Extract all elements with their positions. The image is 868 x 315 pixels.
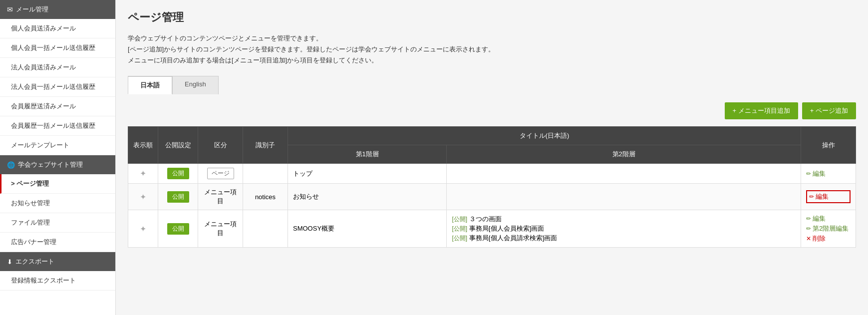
drag-handle-icon[interactable]: ✦	[140, 225, 146, 233]
sidebar-export-section: ⬇ エクスポート	[0, 252, 115, 271]
pencil-icon: ✏	[806, 225, 811, 232]
sidebar-item-label: 個人会員一括メール送信履歴	[11, 44, 95, 51]
tier2-title: 事務局[個人会員請求検索]画面	[469, 234, 557, 243]
tier2-item: [公開] ３つの画面	[452, 215, 796, 224]
header-title-group: タイトル(日本語)	[288, 127, 801, 145]
add-menu-item-button[interactable]: + メニュー項目追加	[725, 102, 798, 119]
pages-table: 表示順 公開設定 区分 識別子 タイトル(日本語) 操作	[128, 126, 856, 248]
header-order: 表示順	[128, 127, 158, 164]
sidebar-item-banner-management[interactable]: 広告バナー管理	[0, 233, 115, 252]
sidebar-item-sent-corporate[interactable]: 法人会員送済みメール	[0, 58, 115, 77]
sidebar-item-mail-template[interactable]: メールテンプレート	[0, 136, 115, 155]
download-icon: ⬇	[7, 258, 12, 266]
cell-order: ✦	[128, 164, 158, 184]
header-operations: 操作	[801, 127, 856, 164]
drag-handle-icon[interactable]: ✦	[140, 169, 146, 178]
table-row: ✦ 公開 メニュー項目 notices お知らせ ✏ 編集	[128, 184, 856, 210]
sidebar-website-label: 学会ウェブサイト管理	[18, 160, 83, 169]
header-tier1: 第1階層	[288, 145, 447, 164]
sidebar-item-label: 会員履歴送済みメール	[11, 102, 76, 110]
sidebar-item-label: 個人会員送済みメール	[11, 24, 76, 32]
sidebar: ✉ メール管理 個人会員送済みメール 個人会員一括メール送信履歴 法人会員送済み…	[0, 0, 116, 315]
cell-title-tier1: お知らせ	[288, 184, 447, 210]
page-title: ページ管理	[128, 10, 856, 25]
actions-row: + メニュー項目追加 + ページ追加	[128, 102, 856, 119]
tier2-pub-label: [公開]	[452, 215, 467, 224]
status-badge: 公開	[167, 168, 189, 179]
drag-handle-icon[interactable]: ✦	[140, 193, 146, 201]
mail-icon: ✉	[7, 5, 13, 13]
edit-link-highlighted[interactable]: ✏ 編集	[806, 190, 851, 203]
cell-title-tier2: [公開] ３つの画面 [公開] 事務局[個人会員検索]画面 [公開] 事務局[個…	[447, 210, 801, 248]
cell-category: ページ	[198, 164, 243, 184]
ops-row: ✏ 編集 ✏ 第2階層編集 ✕ 削除	[806, 214, 851, 243]
desc-line1: 学会ウェブサイトのコンテンツページとメニューを管理できます。	[128, 33, 856, 44]
table-row: ✦ 公開 ページ トップ ✏ 編集	[128, 164, 856, 184]
pencil-icon: ✏	[806, 170, 811, 177]
sidebar-item-label: 登録情報エクスポート	[11, 277, 76, 284]
description: 学会ウェブサイトのコンテンツページとメニューを管理できます。 [ページ追加]から…	[128, 33, 856, 66]
cell-public: 公開	[158, 184, 198, 210]
cell-public: 公開	[158, 164, 198, 184]
tier2-title: 事務局[個人会員検索]画面	[469, 224, 544, 233]
tab-japanese[interactable]: 日本語	[128, 76, 172, 94]
cell-operations: ✏ 編集	[801, 164, 856, 184]
pencil-icon: ✏	[809, 193, 814, 200]
sidebar-item-label: 法人会員送済みメール	[11, 63, 76, 71]
cell-title-tier1: SMOOSY概要	[288, 210, 447, 248]
sidebar-item-label: 広告バナー管理	[11, 238, 56, 246]
sidebar-item-bulk-member-history[interactable]: 会員履歴一括メール送信履歴	[0, 116, 115, 136]
add-page-button[interactable]: + ページ追加	[802, 102, 856, 119]
sidebar-item-bulk-corporate-history[interactable]: 法人会員一括メール送信履歴	[0, 77, 115, 97]
cell-order: ✦	[128, 210, 158, 248]
sidebar-item-label: お知らせ管理	[11, 199, 50, 207]
header-identifier: 識別子	[243, 127, 288, 164]
tabs: 日本語 English	[128, 76, 856, 94]
cell-operations: ✏ 編集	[801, 184, 856, 210]
sidebar-item-page-management[interactable]: > ページ管理	[0, 174, 115, 194]
chevron-icon: >	[11, 180, 16, 187]
desc-line3: メニューに項目のみ追加する場合は[メニュー項目追加]から項目を登録してください。	[128, 55, 856, 66]
cell-category: メニュー項目	[198, 210, 243, 248]
sidebar-item-sent-member-history[interactable]: 会員履歴送済みメール	[0, 97, 115, 116]
sidebar-item-label: 会員履歴一括メール送信履歴	[11, 122, 95, 129]
cell-identifier	[243, 164, 288, 184]
ops-row: ✏ 編集	[806, 169, 851, 178]
sidebar-item-label: メールテンプレート	[11, 141, 69, 149]
cell-category: メニュー項目	[198, 184, 243, 210]
cell-identifier	[243, 210, 288, 248]
sidebar-item-file-management[interactable]: ファイル管理	[0, 213, 115, 233]
sidebar-item-notice-management[interactable]: お知らせ管理	[0, 194, 115, 213]
sidebar-email-section: ✉ メール管理	[0, 0, 115, 19]
sidebar-item-sent-individual[interactable]: 個人会員送済みメール	[0, 19, 115, 38]
edit-link[interactable]: ✏ 編集	[806, 214, 851, 223]
edit-link[interactable]: ✏ 編集	[806, 169, 851, 178]
x-icon: ✕	[806, 235, 811, 242]
table-row: ✦ 公開 メニュー項目 SMOOSY概要 [公開] ３つの画面 [公開] 事務局…	[128, 210, 856, 248]
sidebar-item-label: ファイル管理	[11, 219, 50, 226]
header-public: 公開設定	[158, 127, 198, 164]
tab-english[interactable]: English	[172, 76, 219, 94]
cell-title-tier2	[447, 184, 801, 210]
sidebar-item-export-registration[interactable]: 登録情報エクスポート	[0, 271, 115, 291]
sidebar-item-bulk-individual-history[interactable]: 個人会員一括メール送信履歴	[0, 38, 115, 58]
cell-title-tier1: トップ	[288, 164, 447, 184]
cell-title-tier2	[447, 164, 801, 184]
sidebar-export-label: エクスポート	[15, 257, 54, 266]
edit-tier2-link[interactable]: ✏ 第2階層編集	[806, 224, 851, 233]
globe-icon: 🌐	[7, 161, 15, 169]
pencil-icon: ✏	[806, 215, 811, 222]
category-badge: ページ	[207, 168, 234, 179]
cell-operations: ✏ 編集 ✏ 第2階層編集 ✕ 削除	[801, 210, 856, 248]
status-badge: 公開	[167, 191, 189, 203]
header-tier2: 第2階層	[447, 145, 801, 164]
ops-row: ✏ 編集	[806, 190, 851, 203]
tier2-title: ３つの画面	[469, 215, 502, 224]
edit-link-red[interactable]: ✏ 編集	[807, 191, 850, 202]
sidebar-item-label: 法人会員一括メール送信履歴	[11, 83, 95, 90]
header-category: 区分	[198, 127, 243, 164]
desc-line2: [ページ追加]からサイトのコンテンツページを登録できます。登録したページは学会ウ…	[128, 44, 856, 55]
tier2-item: [公開] 事務局[個人会員請求検索]画面	[452, 234, 796, 243]
delete-link[interactable]: ✕ 削除	[806, 234, 851, 243]
tier2-pub-label: [公開]	[452, 225, 467, 233]
